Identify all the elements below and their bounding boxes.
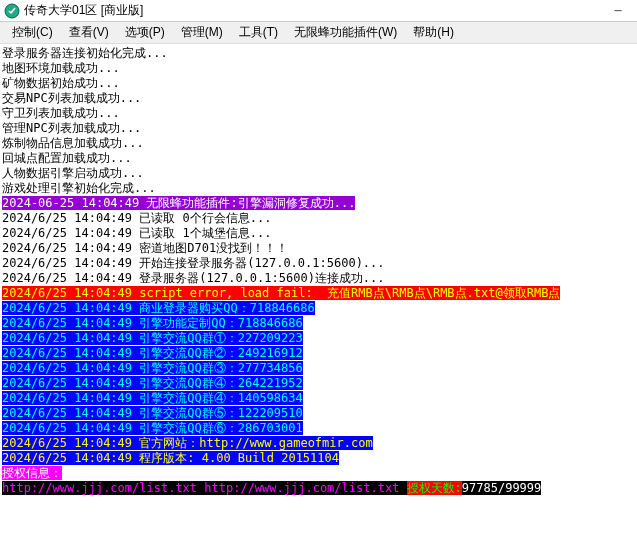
log-init-line: 矿物数据初始成功... bbox=[2, 76, 635, 91]
log-info-line: 2024/6/25 14:04:49 引擎交流QQ群④：264221952 bbox=[2, 376, 303, 390]
log-init-line: 守卫列表加载成功... bbox=[2, 106, 635, 121]
auth-days-value: 97785/99999 bbox=[462, 481, 541, 495]
log-info-line: 2024/6/25 14:04:49 官方网站：http://www.gameo… bbox=[2, 436, 373, 450]
menubar: 控制(C) 查看(V) 选项(P) 管理(M) 工具(T) 无限蜂功能插件(W)… bbox=[0, 22, 637, 44]
titlebar: 传奇大学01区 [商业版] ─ bbox=[0, 0, 637, 22]
log-init-line: 登录服务器连接初始化完成... bbox=[2, 46, 635, 61]
log-info-line: 2024/6/25 14:04:49 商业登录器购买QQ：718846686 bbox=[2, 301, 315, 315]
log-init-line: 炼制物品信息加载成功... bbox=[2, 136, 635, 151]
log-status-line: 2024/6/25 14:04:49 已读取 0个行会信息... bbox=[2, 211, 635, 226]
log-init-line: 回城点配置加载成功... bbox=[2, 151, 635, 166]
log-plugin-line: 2024-06-25 14:04:49 无限蜂功能插件:引擎漏洞修复成功... bbox=[2, 196, 355, 210]
log-status-line: 2024/6/25 14:04:49 密道地图D701没找到！！！ bbox=[2, 241, 635, 256]
log-info-line: 2024/6/25 14:04:49 引擎交流QQ群③：277734856 bbox=[2, 361, 303, 375]
log-status-line: 2024/6/25 14:04:49 开始连接登录服务器(127.0.0.1:5… bbox=[2, 256, 635, 271]
log-info-line: 2024/6/25 14:04:49 引擎交流QQ群②：249216912 bbox=[2, 346, 303, 360]
log-info-line: 2024/6/25 14:04:49 引擎交流QQ群⑥：286703001 bbox=[2, 421, 303, 435]
menu-plugin[interactable]: 无限蜂功能插件(W) bbox=[286, 22, 405, 43]
bottom-line: http://www.jjj.com/list.txt http://www.j… bbox=[2, 481, 635, 496]
app-icon bbox=[4, 3, 20, 19]
log-info-line: 2024/6/25 14:04:49 引擎功能定制QQ：718846686 bbox=[2, 316, 303, 330]
auth-days-label: 授权天数: bbox=[407, 481, 462, 495]
log-info-line: 2024/6/25 14:04:49 引擎交流QQ群⑤：122209510 bbox=[2, 406, 303, 420]
log-info-line: 2024/6/25 14:04:49 程序版本: 4.00 Build 2015… bbox=[2, 451, 339, 465]
menu-tools[interactable]: 工具(T) bbox=[231, 22, 286, 43]
log-init-line: 游戏处理引擎初始化完成... bbox=[2, 181, 635, 196]
auth-label: 授权信息： bbox=[2, 466, 62, 480]
window-controls: ─ bbox=[603, 1, 633, 21]
log-init-line: 地图环境加载成功... bbox=[2, 61, 635, 76]
title-text: 传奇大学01区 [商业版] bbox=[24, 2, 143, 19]
minimize-button[interactable]: ─ bbox=[603, 1, 633, 21]
menu-help[interactable]: 帮助(H) bbox=[405, 22, 462, 43]
log-info-line: 2024/6/25 14:04:49 引擎交流QQ群④：140598634 bbox=[2, 391, 303, 405]
menu-options[interactable]: 选项(P) bbox=[117, 22, 173, 43]
log-info-line: 2024/6/25 14:04:49 引擎交流QQ群①：227209223 bbox=[2, 331, 303, 345]
log-init-line: 交易NPC列表加载成功... bbox=[2, 91, 635, 106]
log-status-line: 2024/6/25 14:04:49 已读取 1个城堡信息... bbox=[2, 226, 635, 241]
menu-control[interactable]: 控制(C) bbox=[4, 22, 61, 43]
menu-view[interactable]: 查看(V) bbox=[61, 22, 117, 43]
bottom-urls: http://www.jjj.com/list.txt http://www.j… bbox=[2, 481, 407, 495]
log-init-line: 管理NPC列表加载成功... bbox=[2, 121, 635, 136]
log-error-line: 2024/6/25 14:04:49 script error, load fa… bbox=[2, 286, 560, 300]
menu-manage[interactable]: 管理(M) bbox=[173, 22, 231, 43]
log-status-line: 2024/6/25 14:04:49 登录服务器(127.0.0.1:5600)… bbox=[2, 271, 635, 286]
log-area[interactable]: 登录服务器连接初始化完成...地图环境加载成功...矿物数据初始成功...交易N… bbox=[0, 44, 637, 498]
log-init-line: 人物数据引擎启动成功... bbox=[2, 166, 635, 181]
